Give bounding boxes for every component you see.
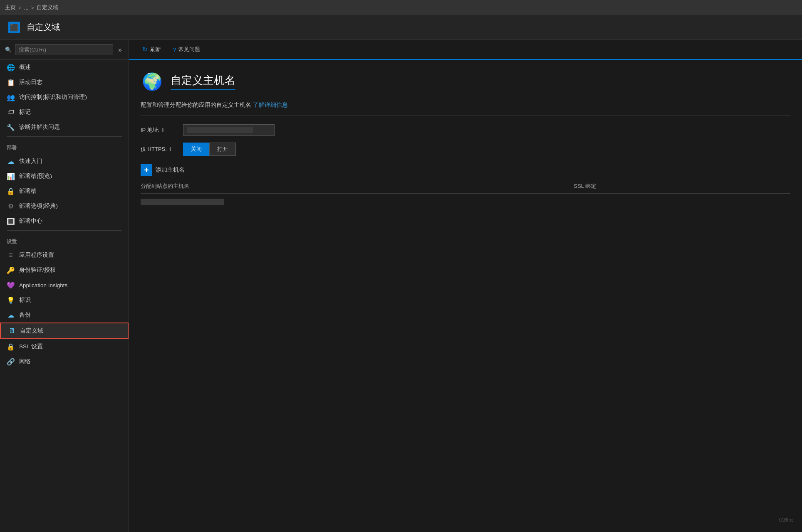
sidebar-item-label: 概述 (19, 64, 31, 71)
section-settings-label: 设置 (0, 232, 129, 248)
sidebar-search-area: 🔍 » (0, 40, 129, 60)
table-header: 分配到站点的主机名 SSL 绑定 (141, 182, 790, 194)
sidebar-item-app-insights[interactable]: 💜 Application Insights (0, 278, 129, 293)
main-layout: 🔍 » 🌐 概述 📋 活动日志 👥 访问控制(标识和访问管理) 🏷 标记 🔧 诊… (0, 40, 802, 532)
sidebar-item-identity[interactable]: 💡 标识 (0, 293, 129, 308)
sidebar-item-label: 标识 (19, 296, 31, 304)
page-description: 配置和管理分配给你的应用的自定义主机名 了解详细信息 (141, 101, 790, 116)
sidebar-item-label: 部署中心 (19, 217, 42, 225)
sidebar-item-label: 应用程序设置 (19, 251, 54, 259)
toggle-on-button[interactable]: 打开 (209, 143, 236, 156)
sidebar-item-network[interactable]: 🔗 网络 (0, 354, 129, 369)
sidebar-item-label: 快速入门 (19, 158, 42, 165)
description-link[interactable]: 了解详细信息 (253, 102, 288, 108)
breadcrumb-home[interactable]: 主页 (5, 4, 16, 11)
sidebar-item-activity-log[interactable]: 📋 活动日志 (0, 75, 129, 90)
deploy-options-icon: ⚙ (7, 202, 15, 210)
breadcrumb-sep2: > (31, 5, 34, 11)
sidebar-item-label: 标记 (19, 108, 31, 116)
sidebar-item-label: 诊断并解决问题 (19, 123, 60, 131)
header-title: 自定义域 (27, 22, 60, 33)
plus-icon: + (141, 164, 152, 176)
page-title: 自定义主机名 (171, 73, 235, 88)
refresh-icon: ↻ (142, 46, 148, 53)
tags-icon: 🏷 (7, 108, 15, 116)
refresh-button[interactable]: ↻ 刷新 (137, 43, 166, 56)
sidebar-item-ssl-settings[interactable]: 🔒 SSL 设置 (0, 339, 129, 354)
sidebar-divider-1 (7, 136, 122, 137)
add-hostname-button[interactable]: + 添加主机名 (141, 164, 185, 176)
sidebar-item-deploy-slots-preview[interactable]: 📊 部署槽(预览) (0, 169, 129, 184)
sidebar-item-backup[interactable]: ☁ 备份 (0, 308, 129, 323)
network-icon: 🔗 (7, 357, 15, 366)
identity-icon: 💡 (7, 296, 15, 304)
quickstart-icon: ☁ (7, 157, 15, 165)
deploy-slots-icon: 🔒 (7, 187, 15, 195)
sidebar-item-quickstart[interactable]: ☁ 快速入门 (0, 154, 129, 169)
sidebar-item-access-control[interactable]: 👥 访问控制(标识和访问管理) (0, 90, 129, 105)
refresh-label: 刷新 (150, 46, 161, 53)
sidebar: 🔍 » 🌐 概述 📋 活动日志 👥 访问控制(标识和访问管理) 🏷 标记 🔧 诊… (0, 40, 129, 532)
collapse-button[interactable]: » (116, 44, 124, 55)
sidebar-item-app-settings[interactable]: ≡ 应用程序设置 (0, 248, 129, 263)
faq-button[interactable]: ? 常见问题 (168, 43, 205, 56)
sidebar-item-deploy-options[interactable]: ⚙ 部署选项(经典) (0, 199, 129, 214)
activity-log-icon: 📋 (7, 78, 15, 86)
sidebar-item-label: Application Insights (19, 282, 67, 288)
custom-domain-icon: 🖥 (7, 327, 16, 335)
sidebar-item-deploy-slots[interactable]: 🔒 部署槽 (0, 184, 129, 199)
sidebar-item-label: 部署槽(预览) (19, 172, 52, 180)
sidebar-item-auth[interactable]: 🔑 身份验证/授权 (0, 263, 129, 278)
section-deploy-label: 部署 (0, 138, 129, 154)
ip-label: IP 地址: ℹ (141, 126, 178, 134)
svg-text:⬛: ⬛ (10, 24, 18, 32)
search-input[interactable] (15, 44, 113, 55)
td-hostname (141, 199, 574, 207)
sidebar-item-label: SSL 设置 (19, 343, 43, 350)
sidebar-item-label: 部署选项(经典) (19, 202, 58, 210)
https-toggle-group: 关闭 打开 (183, 143, 236, 156)
sidebar-item-label: 身份验证/授权 (19, 266, 56, 274)
access-control-icon: 👥 (7, 93, 15, 101)
content-area: 🌍 自定义主机名 配置和管理分配给你的应用的自定义主机名 了解详细信息 IP 地… (129, 60, 802, 220)
ssl-settings-icon: 🔒 (7, 342, 15, 351)
table-row (141, 195, 790, 210)
sidebar-item-tags[interactable]: 🏷 标记 (0, 105, 129, 120)
https-info-icon[interactable]: ℹ (169, 146, 171, 153)
deploy-slots-preview-icon: 📊 (7, 172, 15, 180)
watermark: 亿速云 (779, 517, 794, 524)
backup-icon: ☁ (7, 311, 15, 319)
ip-address-row: IP 地址: ℹ (141, 124, 790, 136)
faq-label: 常见问题 (178, 46, 200, 53)
ip-info-icon[interactable]: ℹ (162, 127, 164, 133)
col-ssl: SSL 绑定 (574, 182, 790, 190)
hostname-value (141, 199, 224, 205)
toggle-off-button[interactable]: 关闭 (183, 143, 209, 156)
description-text: 配置和管理分配给你的应用的自定义主机名 (141, 102, 251, 108)
top-bar: 主页 > ... > 自定义域 (0, 0, 802, 15)
app-insights-icon: 💜 (7, 281, 15, 289)
https-row: 仅 HTTPS: ℹ 关闭 打开 (141, 143, 790, 156)
sidebar-item-label: 网络 (19, 358, 31, 365)
breadcrumb-current: 自定义域 (37, 4, 58, 11)
sidebar-item-label: 备份 (19, 311, 31, 319)
sidebar-item-label: 访问控制(标识和访问管理) (19, 94, 87, 101)
sidebar-item-diagnose[interactable]: 🔧 诊断并解决问题 (0, 120, 129, 135)
sidebar-item-label: 部署槽 (19, 187, 37, 195)
https-label: 仅 HTTPS: ℹ (141, 145, 178, 153)
page-header: 🌍 自定义主机名 (141, 70, 790, 93)
overview-icon: 🌐 (7, 63, 15, 71)
breadcrumb-sep1: > (18, 5, 22, 11)
page-globe-icon: 🌍 (141, 70, 164, 93)
auth-icon: 🔑 (7, 266, 15, 274)
col-hostname: 分配到站点的主机名 (141, 182, 574, 190)
sidebar-item-deploy-center[interactable]: 🔳 部署中心 (0, 214, 129, 229)
sidebar-item-label: 活动日志 (19, 79, 42, 86)
sidebar-item-custom-domain[interactable]: 🖥 自定义域 (0, 323, 129, 339)
breadcrumb-mid[interactable]: ... (24, 5, 29, 11)
sidebar-divider-2 (7, 230, 122, 231)
app-settings-icon: ≡ (7, 251, 15, 259)
toolbar: ↻ 刷新 ? 常见问题 (129, 40, 802, 60)
deploy-center-icon: 🔳 (7, 217, 15, 225)
sidebar-item-overview[interactable]: 🌐 概述 (0, 60, 129, 75)
